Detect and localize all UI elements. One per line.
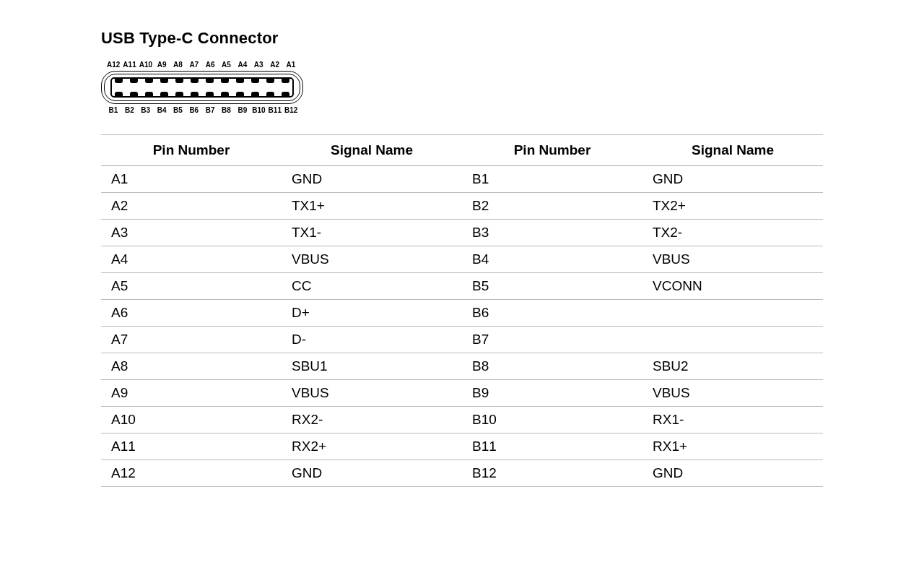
pin-number-cell: B1 [462,166,642,193]
signal-name-cell: SBU2 [642,353,823,380]
connector-contact-icon [251,92,259,97]
connector-pin-label-top: A5 [220,61,233,69]
connector-pin-label-top: A4 [236,61,249,69]
pin-number-cell: A7 [101,327,282,353]
connector-contact-icon [236,78,244,83]
pin-number-cell: B9 [462,380,642,407]
connector-contact-pair [145,79,153,96]
table-row: A5CCB5VCONN [101,273,823,300]
connector-contact-pair [266,79,274,96]
table-header: Signal Name [642,135,823,166]
signal-name-cell: TX2- [642,220,823,246]
connector-pin-label-top: A8 [171,61,184,69]
connector-contact-icon [145,92,153,97]
connector-contact-pair [115,79,123,96]
connector-contact-pair [130,79,138,96]
connector-contact-pair [191,79,199,96]
pin-number-cell: B5 [462,273,642,300]
connector-pin-label-bottom: B7 [204,106,217,114]
connector-contact-pair [236,79,244,96]
pin-number-cell: B11 [462,434,642,460]
connector-pin-label-bottom: B12 [284,106,297,114]
table-row: A2TX1+B2TX2+ [101,193,823,220]
pin-number-cell: B12 [462,460,642,487]
pin-number-cell: A10 [101,407,282,434]
pin-signal-table: Pin Number Signal Name Pin Number Signal… [101,134,823,487]
signal-name-cell: VBUS [282,246,462,273]
page-title: USB Type-C Connector [101,29,823,48]
signal-name-cell: D- [282,327,462,353]
table-header: Pin Number [462,135,642,166]
connector-pin-label-bottom: B11 [269,106,282,114]
signal-name-cell: SBU1 [282,353,462,380]
usb-c-connector-icon [101,71,303,104]
connector-pin-label-bottom: B9 [236,106,249,114]
signal-name-cell: VCONN [642,273,823,300]
connector-contact-pair [175,79,183,96]
pin-number-cell: A9 [101,380,282,407]
table-row: A8SBU1B8SBU2 [101,353,823,380]
pin-number-cell: A2 [101,193,282,220]
connector-contact-icon [236,92,244,97]
pin-number-cell: A5 [101,273,282,300]
connector-pin-label-top: A10 [139,61,152,69]
pin-number-cell: B7 [462,327,642,353]
connector-contact-pair [251,79,259,96]
connector-contact-icon [206,92,214,97]
pin-number-cell: B3 [462,220,642,246]
signal-name-cell: TX1+ [282,193,462,220]
connector-pin-label-bottom: B3 [139,106,152,114]
signal-name-cell: RX2+ [282,434,462,460]
signal-name-cell: VBUS [642,246,823,273]
connector-diagram: A12A11A10A9A8A7A6A5A4A3A2A1 B1B2B3B4B5B6… [101,61,303,114]
signal-name-cell: TX2+ [642,193,823,220]
connector-pin-label-top: A6 [204,61,217,69]
pin-number-cell: B8 [462,353,642,380]
signal-name-cell: RX2- [282,407,462,434]
table-header: Signal Name [282,135,462,166]
connector-contact-icon [266,78,274,83]
table-row: A10RX2-B10RX1- [101,407,823,434]
connector-contact-icon [221,92,229,97]
connector-contact-icon [191,92,199,97]
connector-contact-icon [191,78,199,83]
connector-contact-icon [221,78,229,83]
connector-pin-label-bottom: B2 [123,106,136,114]
connector-pin-label-bottom: B1 [107,106,120,114]
connector-contact-pair [221,79,229,96]
connector-contact-icon [145,78,153,83]
connector-contact-icon [266,92,274,97]
pin-number-cell: A4 [101,246,282,273]
connector-contact-icon [175,78,183,83]
page: USB Type-C Connector A12A11A10A9A8A7A6A5… [0,0,924,578]
connector-pin-label-top: A7 [188,61,201,69]
connector-contact-icon [160,78,168,83]
connector-pin-label-bottom: B8 [220,106,233,114]
connector-contact-pair [160,79,168,96]
connector-contact-pair [282,79,289,96]
table-row: A12GNDB12GND [101,460,823,487]
signal-name-cell: VBUS [642,380,823,407]
table-row: A6D+B6 [101,300,823,327]
pin-number-cell: A12 [101,460,282,487]
signal-name-cell [642,300,823,327]
connector-top-pin-labels: A12A11A10A9A8A7A6A5A4A3A2A1 [101,61,303,69]
connector-pin-label-bottom: B6 [188,106,201,114]
table-row: A1GNDB1GND [101,166,823,193]
signal-name-cell: GND [642,166,823,193]
signal-name-cell [642,327,823,353]
signal-name-cell: VBUS [282,380,462,407]
signal-name-cell: GND [642,460,823,487]
connector-pin-label-top: A11 [123,61,136,69]
table-header: Pin Number [101,135,282,166]
pin-number-cell: A1 [101,166,282,193]
connector-pin-label-top: A2 [269,61,282,69]
table-row: A11RX2+B11RX1+ [101,434,823,460]
signal-name-cell: TX1- [282,220,462,246]
connector-contact-icon [130,78,138,83]
connector-pin-label-top: A3 [252,61,265,69]
connector-pin-label-top: A9 [155,61,168,69]
signal-name-cell: CC [282,273,462,300]
connector-pin-label-bottom: B10 [252,106,265,114]
pin-number-cell: A11 [101,434,282,460]
